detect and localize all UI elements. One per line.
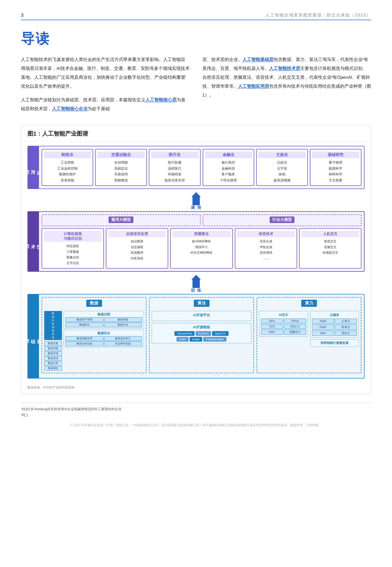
compute-cloud-col: 云服务 SaaS 公有云 PaaS 私有云 IaaS 混合云 [310, 311, 359, 347]
app-card-transport: 交通运输业 自动驾驶高精定位车路协同智能物流 [95, 149, 147, 186]
compute-cloud-saas: SaaS [312, 319, 334, 324]
call-arrow-tip [191, 192, 201, 197]
tech-layer-content: 通用大模型 行业大模型 计算机视觉与模式识别 特征提取三维重建图像识别文字识别 [39, 211, 365, 272]
tech-layer-label: 技术层 [27, 211, 39, 272]
layer-container: 应用层 制造业 工业质检工业远程控制预测性维护具身智能 交通运输业 [27, 146, 365, 381]
data-lc-destroy: 数据销毁 [44, 366, 62, 371]
compute-chip-gpu: GPU [261, 319, 283, 323]
data-security-grid: 数据脱敏管理 数据监控审计 数据分类分级 安全事件应急 [65, 336, 142, 346]
base-algo-section: 算法 AI开放平台 AI开源框架 TensorFlo [149, 297, 254, 373]
app-layer-wrap: 应用层 制造业 工业质检工业远程控制预测性维护具身智能 交通运输业 [27, 146, 365, 189]
train-arrow-label: 训 练 [191, 288, 201, 293]
intro-col1-p2: 人工智能产业链划分为基础层、技术层、应用层，本篇报告定义人工智能核心层为基础层和… [21, 96, 190, 113]
algo-fw-tensorflow: TensorFlow [174, 331, 194, 336]
compute-chip-cpu: CPU [261, 324, 283, 329]
section-title: 导读 [21, 30, 371, 48]
compute-ai-chip-box: AI芯片 GPU FPGA CPU RISC-V ASIC 类脑芯 [259, 311, 308, 337]
call-arrow-box: 调 用 [191, 192, 201, 210]
base-data-section: 数据 数据生命周期管理 数据采集 数据传输 数据存储 数据清洗 [42, 297, 146, 373]
algo-open-framework-title: AI开源框架 [155, 325, 248, 330]
data-governance-grid: 数据资产管理 数据挖掘 数据标注 数据中台 [65, 317, 142, 327]
train-arrow-box: 训 练 [191, 275, 201, 293]
data-lifecycle-col: 数据生命周期管理 数据采集 数据传输 数据存储 数据清洗 数据共享 数据销毁 [44, 311, 62, 370]
data-lc-transfer: 数据传输 [44, 346, 62, 351]
compute-chip-grid: GPU FPGA CPU RISC-V ASIC 类脑芯片 [261, 319, 306, 335]
data-item-emergency: 安全事件应急 [104, 341, 142, 346]
page-title-header: 人工智能全域变革图景展望：跃迁点来临（2023） [265, 13, 371, 18]
tech-card-items-speech: 语音合成声纹合成语音增强…… [237, 239, 295, 261]
data-inner: 数据生命周期管理 数据采集 数据传输 数据存储 数据清洗 数据共享 数据销毁 [44, 311, 144, 370]
data-security-box: 数据安全 数据脱敏管理 数据监控审计 数据分类分级 安全事件应急 [64, 330, 144, 347]
compute-server-box: 异构智能计算服务器 [310, 339, 359, 347]
footnote-1: ¹结合CB Ranking排名和全球AI企业投融资情况列出三家国内外企业 [21, 406, 371, 412]
tech-cards-row: 计算机视觉与模式识别 特征提取三维重建图像识别文字识别 自然语言处理 知识图谱信… [42, 228, 361, 269]
call-arrow-shaft [192, 197, 200, 205]
app-card-entertainment: 文娱业 泛娱乐元宇宙游戏超高清视频 [256, 149, 308, 186]
call-arrow-label: 调 用 [191, 205, 201, 210]
data-lc-share: 数据共享 [44, 361, 62, 366]
algo-fw-row2: Caffe Angel PaddlePaddle [155, 337, 248, 342]
app-card-title-manufacturing: 制造业 [44, 152, 91, 158]
app-card-items-research: 量子物理能源科学材料科学天文探索 [312, 160, 359, 183]
data-lc-collect: 数据采集 [44, 341, 62, 346]
compute-cloud-grid: SaaS 公有云 PaaS 私有云 IaaS 混合云 [312, 319, 357, 336]
data-item-annotation: 数据标注 [65, 323, 104, 327]
intro-col1: 人工智能技术的飞速发展给人类社会的生产生活方式带来重大变革影响。人工智能应用场景… [21, 55, 190, 113]
compute-chip-asic: ASIC [261, 330, 283, 335]
footer-copyright: © 2023 毕马威企业咨询（中国）有限公司 — 中国有限责任公司，是与英国私营… [21, 423, 371, 427]
algo-fw-row1: TensorFlow PyTorch OpenCV [155, 331, 248, 336]
page-number: 3 [21, 13, 24, 18]
tech-card-brain: 类脑算法 脉冲神经网络增强学习对抗式神经网络 [170, 228, 232, 269]
diagram-source: 数据来源：中关村产业研究院绘制 [21, 383, 371, 390]
tech-card-nlp: 自然语言处理 知识图谱信息抽取机器翻译问答系统 [106, 228, 168, 269]
tech-card-title-hci: 人机交互 [301, 231, 359, 237]
intro-col2-p1: 层、技术层的企业。人工智能基础层包含数据、算力、算法三驾马车，代表性企业¹有英伟… [202, 55, 371, 100]
app-card-items-medical: 医疗影像远程医疗药物研发临床决策支持 [151, 160, 198, 183]
tech-card-items-brain: 脉冲神经网络增强学习对抗式神经网络 [172, 239, 230, 256]
app-card-title-transport: 交通运输业 [97, 152, 145, 158]
tech-card-items-cv: 特征提取三维重建图像识别文字识别 [44, 243, 102, 266]
algo-open-platform: AI开放平台 [152, 311, 251, 321]
algo-open-framework: AI开源框架 TensorFlow PyTorch OpenCV Caffe [152, 323, 251, 343]
tech-card-title-brain: 类脑算法 [172, 231, 230, 237]
compute-cloud-iaas: IaaS [312, 331, 334, 336]
tech-general-model-box: 通用大模型 [42, 214, 201, 226]
data-lifecycle-title: 数据生命周期管理 [44, 311, 62, 340]
tech-card-title-nlp: 自然语言处理 [108, 231, 166, 237]
footnote-2: ²同上 [21, 412, 371, 418]
call-arrow: 调 用 [27, 191, 365, 211]
base-compute-title: 算力 [301, 300, 317, 307]
intro-col1-p1: 人工智能技术的飞速发展给人类社会的生产生活方式带来重大变革影响。人工智能应用场景… [21, 55, 190, 91]
base-layer-wrap: 基础层 数据 数据生命周期管理 [27, 294, 365, 378]
app-grid: 制造业 工业质检工业远程控制预测性维护具身智能 交通运输业 自动驾驶高精定位车路… [42, 149, 361, 186]
base-compute-section: 算力 AI芯片 GPU FPGA [257, 297, 361, 373]
data-item-asset-mgmt: 数据资产管理 [65, 317, 104, 322]
base-layer-label: 基础层 [27, 294, 39, 378]
compute-inner: AI芯片 GPU FPGA CPU RISC-V ASIC 类脑芯 [259, 311, 359, 347]
algo-open-platform-title: AI开放平台 [155, 313, 248, 318]
algo-fw-caffe: Caffe [177, 337, 189, 342]
base-data-title: 数据 [86, 300, 102, 307]
tech-layer-wrap: 技术层 通用大模型 行业大模型 [27, 211, 365, 272]
app-card-title-research: 基础研究 [312, 152, 359, 158]
intro-col2: 层、技术层的企业。人工智能基础层包含数据、算力、算法三驾马车，代表性企业¹有英伟… [202, 55, 371, 113]
data-item-audit: 数据监控审计 [104, 336, 142, 341]
app-card-manufacturing: 制造业 工业质检工业远程控制预测性维护具身智能 [42, 149, 93, 186]
data-right: 数据治理 数据资产管理 数据挖掘 数据标注 数据中台 [64, 311, 144, 370]
tech-card-items-nlp: 知识图谱信息抽取机器翻译问答系统 [108, 239, 166, 261]
tech-card-cv: 计算机视觉与模式识别 特征提取三维重建图像识别文字识别 [42, 228, 104, 269]
data-governance-box: 数据治理 数据资产管理 数据挖掘 数据标注 数据中台 [64, 311, 144, 329]
tech-industry-model-title: 行业大模型 [270, 216, 294, 223]
intro-columns: 人工智能技术的飞速发展给人类社会的生产生活方式带来重大变革影响。人工智能应用场景… [21, 55, 371, 113]
page-header: 3 人工智能全域变革图景展望：跃迁点来临（2023） [21, 13, 371, 20]
app-card-title-finance: 金融业 [205, 152, 252, 158]
tech-industry-model-box: 行业大模型 [203, 214, 362, 226]
base-layer-content: 数据 数据生命周期管理 数据采集 数据传输 数据存储 数据清洗 [39, 294, 365, 378]
footnotes: ¹结合CB Ranking排名和全球AI企业投融资情况列出三家国内外企业 ²同上 [21, 403, 371, 418]
compute-cloud-box: 云服务 SaaS 公有云 PaaS 私有云 IaaS 混合云 [310, 311, 359, 338]
compute-cloud-paas: PaaS [312, 325, 334, 330]
train-arrow-tip [191, 275, 201, 280]
compute-chip-fpga: FPGA [284, 319, 306, 323]
data-governance-title: 数据治理 [65, 312, 142, 317]
base-top-grid: 数据 数据生命周期管理 数据采集 数据传输 数据存储 数据清洗 [42, 297, 361, 373]
